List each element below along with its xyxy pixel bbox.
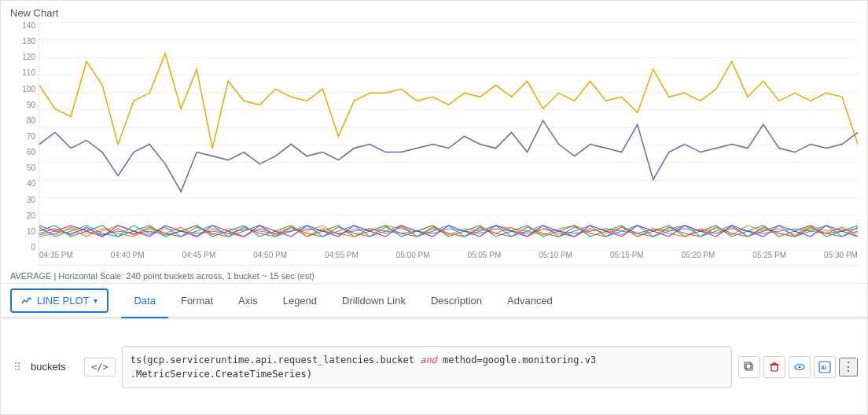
chart-type-label: LINE PLOT bbox=[37, 295, 89, 307]
line-plot-icon bbox=[21, 295, 32, 306]
chart-svg bbox=[39, 22, 858, 251]
svg-rect-0 bbox=[746, 364, 752, 370]
tab-advanced[interactable]: Advanced bbox=[495, 284, 565, 318]
trash-icon bbox=[769, 362, 780, 373]
tab-format[interactable]: Format bbox=[168, 284, 226, 318]
svg-rect-2 bbox=[771, 365, 778, 371]
ai-button[interactable]: AI bbox=[814, 356, 836, 378]
chevron-down-icon: ▾ bbox=[94, 296, 97, 305]
drag-handle[interactable]: ⠿ bbox=[10, 358, 24, 376]
data-row: ⠿ buckets </> ts(gcp.serviceruntime.api.… bbox=[1, 318, 867, 414]
svg-rect-1 bbox=[745, 362, 751, 369]
field-name: buckets bbox=[31, 361, 78, 373]
tab-data[interactable]: Data bbox=[121, 284, 167, 318]
chart-type-button[interactable]: LINE PLOT ▾ bbox=[10, 288, 108, 313]
delete-button[interactable] bbox=[763, 356, 785, 378]
chart-title: New Chart bbox=[10, 7, 858, 19]
copy-button[interactable] bbox=[738, 356, 760, 378]
tab-legend[interactable]: Legend bbox=[270, 284, 329, 318]
query-and-keyword: and bbox=[420, 354, 443, 365]
x-axis-labels: 04:35 PM 04:40 PM 04:45 PM 04:50 PM 04:5… bbox=[39, 251, 858, 265]
tab-axis[interactable]: Axis bbox=[226, 284, 270, 318]
tab-drilldown[interactable]: Drilldown Link bbox=[329, 284, 418, 318]
tab-bar: LINE PLOT ▾ Data Format Axis Legend Dril… bbox=[1, 284, 867, 318]
query-line2: method=google.monitoring.v3 bbox=[443, 354, 596, 365]
code-button[interactable]: </> bbox=[84, 358, 116, 376]
copy-icon bbox=[744, 362, 755, 373]
svg-point-8 bbox=[799, 365, 801, 368]
action-buttons: AI ⋮ bbox=[738, 356, 858, 378]
eye-button[interactable] bbox=[789, 356, 811, 378]
query-line3: .MetricService.CreateTimeSeries) bbox=[131, 369, 312, 380]
ai-icon: AI bbox=[818, 361, 831, 373]
eye-icon bbox=[794, 362, 805, 373]
chart-plot: 04:35 PM 04:40 PM 04:45 PM 04:50 PM 04:5… bbox=[39, 22, 858, 266]
more-button[interactable]: ⋮ bbox=[839, 358, 858, 376]
query-line1: ts(gcp.serviceruntime.api.request_latenc… bbox=[131, 354, 414, 365]
query-box: ts(gcp.serviceruntime.api.request_latenc… bbox=[122, 346, 732, 388]
tab-description[interactable]: Description bbox=[418, 284, 495, 318]
y-axis: 140 130 120 110 100 90 80 70 60 50 40 30… bbox=[10, 22, 39, 266]
svg-text:AI: AI bbox=[821, 365, 826, 370]
status-bar: AVERAGE | Horizontal Scale: 240 point bu… bbox=[1, 269, 867, 284]
